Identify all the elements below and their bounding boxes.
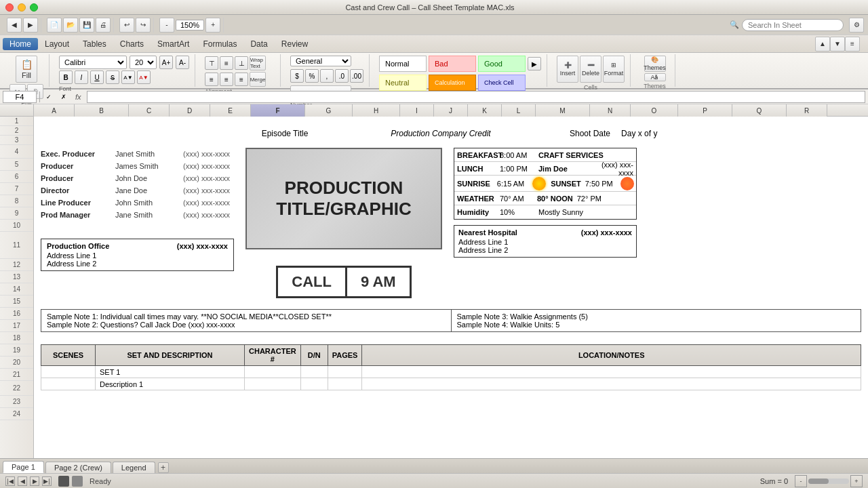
col-header-h[interactable]: H	[353, 104, 400, 117]
close-button[interactable]	[5, 3, 14, 12]
neutral-style[interactable]: Neutral	[379, 75, 427, 91]
col-header-m[interactable]: M	[536, 104, 590, 117]
font-family-select[interactable]: Calibri	[59, 56, 127, 69]
menu-data[interactable]: Data	[243, 38, 274, 50]
insert-button[interactable]: ➕Insert	[557, 56, 578, 83]
tab-legend[interactable]: Legend	[113, 462, 155, 473]
prev-sheet-button[interactable]: ◀	[18, 476, 27, 486]
paste-button[interactable]: 📋 Fill	[16, 56, 37, 83]
underline-button[interactable]: U	[90, 70, 104, 84]
menu-layout[interactable]: Layout	[38, 38, 76, 50]
cancel-button[interactable]: ✗	[58, 91, 70, 103]
col-header-g[interactable]: G	[305, 104, 353, 117]
call-time-value[interactable]: 9 AM	[347, 268, 410, 296]
customize-icon[interactable]: ≡	[845, 37, 860, 52]
decimal-decrease-button[interactable]: .00	[350, 69, 363, 83]
add-sheet-button[interactable]: +	[158, 462, 169, 473]
minimize-button[interactable]	[18, 3, 26, 12]
undo-icon[interactable]: ↩	[119, 18, 134, 33]
director-phone[interactable]: (xxx) xxx-xxxx	[183, 186, 230, 195]
exec-producer-phone[interactable]: (xxx) xxx-xxxx	[183, 150, 230, 158]
forward-icon[interactable]: ▶	[23, 18, 38, 33]
zoom-slider[interactable]	[808, 479, 849, 484]
percent-button[interactable]: %	[305, 69, 319, 83]
col-header-c[interactable]: C	[129, 104, 170, 117]
prod-manager-name[interactable]: Jane Smith	[115, 211, 183, 219]
page-view-icon[interactable]	[58, 476, 69, 487]
menu-review[interactable]: Review	[275, 38, 315, 50]
save-icon[interactable]: 💾	[79, 18, 94, 33]
tab-page1[interactable]: Page 1	[3, 461, 44, 473]
merge-button[interactable]: Merge	[250, 72, 266, 87]
maximize-button[interactable]	[30, 3, 38, 12]
first-sheet-button[interactable]: |◀	[5, 476, 15, 486]
exec-producer-name[interactable]: Janet Smith	[115, 150, 183, 158]
lunch-phone[interactable]: (xxx) xxx-xxxx	[586, 161, 636, 177]
scroll-up-icon[interactable]: ▲	[815, 37, 830, 52]
formula-input[interactable]	[87, 91, 865, 103]
align-top-button[interactable]: ⊤	[205, 56, 218, 70]
col-header-l[interactable]: L	[502, 104, 536, 117]
col-header-d[interactable]: D	[170, 104, 210, 117]
menu-formulas[interactable]: Formulas	[196, 38, 243, 50]
calculation-style[interactable]: Calculation	[429, 75, 476, 91]
col-header-p[interactable]: P	[678, 104, 732, 117]
normal-style[interactable]: Normal	[379, 56, 427, 72]
producer1-name[interactable]: James Smith	[115, 162, 183, 170]
align-center-button[interactable]: ≡	[220, 73, 233, 86]
col-header-j[interactable]: J	[434, 104, 468, 117]
font-size-select[interactable]: 20	[130, 56, 157, 69]
themes-button[interactable]: 🎨Themes	[644, 56, 666, 72]
open-icon[interactable]: 📂	[63, 18, 78, 33]
col-header-n[interactable]: N	[590, 104, 631, 117]
number-format-select[interactable]: General	[290, 56, 351, 66]
line-producer-phone[interactable]: (xxx) xxx-xxxx	[183, 199, 230, 207]
set1-label[interactable]: SET 1	[96, 366, 245, 378]
col-header-i[interactable]: I	[400, 104, 434, 117]
good-style[interactable]: Good	[478, 56, 526, 72]
prod-office-phone[interactable]: (xxx) xxx-xxxx	[177, 242, 228, 250]
hospital-phone[interactable]: (xxx) xxx-xxxx	[581, 228, 632, 237]
currency-button[interactable]: $	[290, 69, 304, 83]
col-header-e[interactable]: E	[210, 104, 251, 117]
align-right-button[interactable]: ≡	[235, 73, 248, 86]
producer2-name[interactable]: John Doe	[115, 174, 183, 182]
next-sheet-button[interactable]: ▶	[30, 476, 39, 486]
new-icon[interactable]: 📄	[47, 18, 62, 33]
col-header-k[interactable]: K	[468, 104, 502, 117]
aa-button[interactable]: Aǎ	[644, 73, 666, 81]
font-decrease-button[interactable]: A-	[176, 56, 189, 69]
align-bottom-button[interactable]: ⊥	[235, 56, 248, 70]
col-header-f[interactable]: F	[251, 104, 305, 117]
bad-style[interactable]: Bad	[429, 56, 476, 72]
format-expand-button[interactable]: ▶	[528, 57, 541, 70]
delete-button[interactable]: ➖Delete	[580, 56, 601, 83]
highlight-button[interactable]: A▼	[121, 70, 135, 84]
day-x-cell[interactable]: Day x of y	[621, 129, 657, 138]
zoom-level[interactable]: 150%	[176, 20, 204, 30]
font-increase-button[interactable]: A+	[159, 56, 173, 69]
menu-home[interactable]: Home	[3, 38, 38, 50]
tab-page2-crew[interactable]: Page 2 (Crew)	[45, 462, 111, 473]
zoom-out-icon[interactable]: -	[159, 18, 174, 33]
producer2-phone[interactable]: (xxx) xxx-xxxx	[183, 174, 230, 182]
producer1-phone[interactable]: (xxx) xxx-xxxx	[183, 162, 230, 170]
italic-button[interactable]: I	[75, 70, 88, 84]
zoom-slider-decrease[interactable]: -	[795, 475, 807, 487]
menu-tables[interactable]: Tables	[76, 38, 113, 50]
align-left-button[interactable]: ≡	[205, 73, 218, 86]
last-sheet-button[interactable]: ▶|	[42, 476, 52, 486]
comma-button[interactable]: ,	[320, 69, 334, 83]
menu-smartart[interactable]: SmartArt	[151, 38, 196, 50]
normal-view-icon[interactable]	[72, 476, 83, 487]
director-name[interactable]: Jane Doe	[115, 186, 183, 195]
bold-button[interactable]: B	[59, 70, 73, 84]
decimal-increase-button[interactable]: .0	[335, 69, 349, 83]
line-producer-name[interactable]: John Smith	[115, 199, 183, 207]
strikethrough-button[interactable]: S̶	[106, 70, 119, 84]
settings-icon[interactable]: ⚙	[849, 18, 864, 33]
col-header-r[interactable]: R	[787, 104, 827, 117]
menu-charts[interactable]: Charts	[113, 38, 151, 50]
set1-desc[interactable]: Description 1	[96, 378, 245, 390]
col-header-b[interactable]: B	[75, 104, 129, 117]
